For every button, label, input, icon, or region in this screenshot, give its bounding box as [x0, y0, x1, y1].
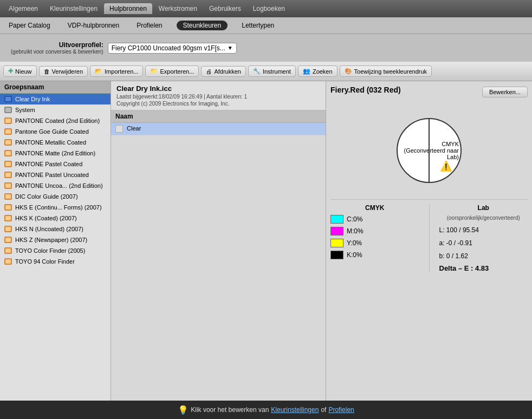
- hks-icon-1: [4, 204, 12, 211]
- pantone-icon-4: [4, 149, 12, 157]
- print-button[interactable]: 🖨 Afdrukken: [201, 66, 246, 77]
- main-area: Groepsnaam Clear Dry Ink System PANTONE …: [0, 81, 532, 401]
- svg-rect-5: [5, 119, 11, 123]
- profile-select[interactable]: Fiery CP1000 Uncoated 90gsm v1F[s... ▼: [108, 43, 237, 54]
- nav-tab-werkstromen[interactable]: Werkstromen: [153, 3, 203, 14]
- sub-nav-steunkleuren[interactable]: Steunkleuren: [177, 21, 228, 30]
- color-circle-area: Lab (Origineel) CMYK (Geconverteerd naar…: [330, 102, 528, 199]
- sidebar-item-clear-dry-ink[interactable]: Clear Dry Ink: [0, 94, 111, 104]
- new-button[interactable]: ✚ Nieuw: [3, 66, 37, 77]
- nav-tab-hulpbronnen[interactable]: Hulpbronnen: [104, 3, 152, 14]
- color-file-title: Clear Dry Ink.icc: [116, 84, 320, 93]
- sidebar-item-pantone-pastel-uncoated[interactable]: PANTONE Pastel Uncoated: [0, 169, 111, 180]
- twocolor-icon: 🎨: [345, 68, 352, 75]
- profielen-link[interactable]: Profielen: [328, 406, 354, 414]
- lab-b-label: b:: [439, 252, 445, 260]
- sidebar: Groepsnaam Clear Dry Ink System PANTONE …: [0, 81, 111, 401]
- trash-icon: 🗑: [44, 68, 50, 75]
- sidebar-item-hks-z[interactable]: HKS Z (Newspaper) (2007): [0, 234, 111, 245]
- sub-nav-vdp[interactable]: VDP-hulpbronnen: [64, 21, 122, 30]
- black-swatch: [330, 251, 343, 259]
- pantone-icon-5: [4, 160, 12, 168]
- lab-l-value: 100 / 95.54: [446, 226, 479, 234]
- magenta-swatch: [330, 227, 343, 235]
- search-icon: 👥: [303, 68, 310, 75]
- hks-icon-2: [4, 214, 12, 222]
- cmyk-col-header: CMYK: [330, 204, 419, 212]
- sidebar-item-toyo-2005[interactable]: TOYO Color Finder (2005): [0, 245, 111, 256]
- instrument-icon: 🔧: [253, 68, 261, 75]
- right-panel: Fiery.Red (032 Red) Bewerken... Lab (Ori…: [326, 81, 532, 401]
- lab-column: Lab (oorspronkelijk/geconverteerd) L: 10…: [439, 204, 528, 272]
- lab-a-value: -0 / -0.91: [446, 239, 472, 247]
- profile-label: Uitvoerprofiel:: [11, 41, 103, 49]
- cmyk-row-m: M:0%: [330, 227, 419, 235]
- search-button[interactable]: 👥 Zoeken: [298, 66, 338, 77]
- cmyk-column: CMYK C:0% M:0% Y:0% K:0%: [330, 204, 419, 272]
- sidebar-item-dic[interactable]: DIC Color Guide (2007): [0, 191, 111, 202]
- sidebar-item-hks-n[interactable]: HKS N (Uncoated) (2007): [0, 224, 111, 234]
- sidebar-item-pantone-matte[interactable]: PANTONE Matte (2nd Edition): [0, 148, 111, 159]
- sidebar-item-hks-e[interactable]: HKS E (Continu... Forms) (2007): [0, 202, 111, 213]
- sub-nav-bar: Paper Catalog VDP-hulpbronnen Profielen …: [0, 17, 532, 34]
- sidebar-item-hks-k[interactable]: HKS K (Coated) (2007): [0, 213, 111, 224]
- yellow-swatch: [330, 239, 343, 247]
- kleurinstellingen-link[interactable]: Kleurinstellingen: [271, 406, 319, 414]
- cmyk-row-y: Y:0%: [330, 239, 419, 247]
- twocolor-button[interactable]: 🎨 Toewijzing tweekleurendruk: [340, 66, 432, 77]
- group-icon-2: [4, 106, 12, 114]
- color-row-icon: [115, 125, 123, 133]
- magenta-value: M:0%: [347, 227, 364, 235]
- bulb-icon: 💡: [178, 405, 189, 415]
- nav-tab-algemeen[interactable]: Algemeen: [3, 3, 43, 14]
- sidebar-item-pantone-goe[interactable]: Pantone Goe Guide Coated: [0, 126, 111, 137]
- svg-rect-13: [5, 162, 11, 166]
- svg-rect-27: [5, 238, 11, 242]
- table-row[interactable]: Clear: [111, 123, 326, 135]
- group-icon: [4, 95, 12, 103]
- sub-nav-profielen[interactable]: Profielen: [133, 21, 165, 30]
- delete-button[interactable]: 🗑 Verwijderen: [39, 66, 88, 77]
- sidebar-item-pantone-metallic[interactable]: PANTONE Metallic Coated: [0, 137, 111, 148]
- sidebar-item-toyo-94[interactable]: TOYO 94 Color Finder: [0, 256, 111, 267]
- lab-b-value: 0 / 1.62: [446, 252, 468, 260]
- nav-tab-logboeken[interactable]: Logboeken: [248, 3, 290, 14]
- edit-button[interactable]: Bewerken...: [482, 87, 528, 97]
- yellow-value: Y:0%: [347, 239, 362, 247]
- sidebar-item-system[interactable]: System: [0, 104, 111, 115]
- folder-out-icon: 📁: [150, 68, 158, 75]
- dic-icon: [4, 193, 12, 200]
- cmyk-row-k: K:0%: [330, 251, 419, 259]
- svg-rect-19: [5, 194, 11, 199]
- sub-nav-paper-catalog[interactable]: Paper Catalog: [5, 21, 54, 30]
- nav-tab-gebruikers[interactable]: Gebruikers: [204, 3, 246, 14]
- export-button[interactable]: 📁 Exporteren...: [145, 66, 199, 77]
- import-button[interactable]: 📂 Importeren...: [90, 66, 143, 77]
- svg-rect-17: [5, 184, 11, 188]
- top-nav-bar: Algemeen Kleurinstellingen Hulpbronnen W…: [0, 0, 532, 17]
- sidebar-item-pantone-uncoated[interactable]: PANTONE Uncoa... (2nd Edition): [0, 180, 111, 191]
- color-table: Naam Clear: [111, 110, 326, 135]
- cyan-value: C:0%: [347, 215, 362, 223]
- printer-icon: 🖨: [206, 68, 212, 75]
- nav-tab-kleurinstellingen[interactable]: Kleurinstellingen: [44, 3, 103, 14]
- lab-a-row: a: -0 / -0.91: [439, 238, 528, 248]
- hks-icon-3: [4, 225, 12, 233]
- folder-in-icon: 📂: [95, 68, 102, 75]
- plus-icon: ✚: [8, 68, 13, 75]
- hks-icon-4: [4, 236, 12, 244]
- lab-l-label: L:: [439, 226, 445, 234]
- toyo-icon-1: [4, 247, 12, 254]
- sidebar-item-pantone-pastel-coated[interactable]: PANTONE Pastel Coated: [0, 159, 111, 169]
- pantone-icon-6: [4, 171, 12, 179]
- instrument-button[interactable]: 🔧 Instrument: [248, 66, 296, 77]
- color-values-section: CMYK C:0% M:0% Y:0% K:0%: [330, 199, 528, 272]
- profile-select-value: Fiery CP1000 Uncoated 90gsm v1F[s...: [112, 44, 225, 52]
- delta-e-label: Delta – E :: [439, 264, 473, 272]
- svg-rect-1: [5, 97, 11, 101]
- sidebar-item-pantone-coated[interactable]: PANTONE Coated (2nd Edition): [0, 115, 111, 126]
- cmyk-converted-label: CMYK (Geconverteerd naar Lab): [397, 141, 459, 160]
- sub-nav-lettertypen[interactable]: Lettertypen: [238, 21, 277, 30]
- cyan-swatch: [330, 215, 343, 224]
- toyo-icon-2: [4, 258, 12, 265]
